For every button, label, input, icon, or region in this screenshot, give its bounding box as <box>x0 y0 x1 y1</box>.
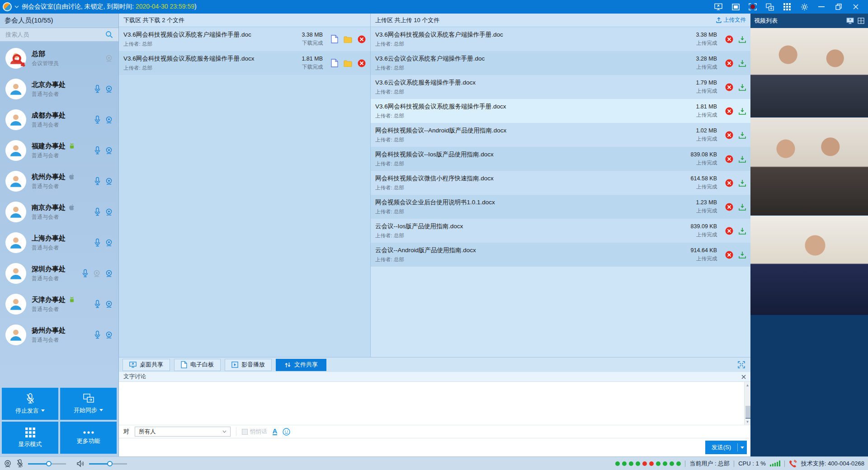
record-icon[interactable] <box>749 3 757 11</box>
webcam-status-icon[interactable] <box>4 460 12 468</box>
upload-file-row[interactable]: V3.6云会议系统服务端操作手册.docx 上传者: 总部 1.79 MB 上传… <box>371 75 750 99</box>
video-thumbnail-1[interactable] <box>750 28 868 118</box>
tab-media-play[interactable]: 影音播放 <box>225 359 272 371</box>
close-button[interactable] <box>852 3 860 11</box>
chat-scrollbar[interactable]: ▲ ▼ <box>744 382 750 425</box>
video-thumbnail-2[interactable] <box>750 118 868 216</box>
tab-whiteboard[interactable]: 电子白板 <box>174 359 221 371</box>
display-mode-button[interactable]: 显示模式 <box>2 422 58 454</box>
upload-file-row[interactable]: 云会议--Ios版产品使用指南.docx 上传者: 总部 839.09 KB 上… <box>371 219 750 243</box>
multi-screen-icon[interactable] <box>766 3 774 11</box>
delete-file-icon[interactable] <box>725 59 733 67</box>
mic-muted-icon[interactable] <box>16 459 24 468</box>
participant-row[interactable]: 杭州办事处 普通与会者 <box>0 166 118 197</box>
delete-file-icon[interactable] <box>725 131 733 139</box>
settings-gear-icon[interactable] <box>800 3 808 11</box>
download-file-icon[interactable] <box>739 84 746 91</box>
camera-icon[interactable] <box>105 208 113 216</box>
download-file-icon[interactable] <box>739 179 746 187</box>
participant-row[interactable]: 成都办事处 普通与会者 <box>0 104 118 135</box>
video-layout-icon[interactable] <box>858 18 864 24</box>
whisper-checkbox[interactable]: 悄悄话 <box>242 428 267 436</box>
participant-row[interactable]: 总部 会议管理员 <box>0 43 118 74</box>
delete-file-icon[interactable] <box>725 107 733 115</box>
delete-file-icon[interactable] <box>725 83 733 91</box>
mic-icon[interactable] <box>94 177 101 186</box>
delete-file-icon[interactable] <box>725 203 733 211</box>
start-sync-button[interactable]: 开始同步 <box>60 388 117 420</box>
delete-file-icon[interactable] <box>725 227 733 235</box>
camera-icon[interactable] <box>105 300 113 308</box>
download-file-icon[interactable] <box>739 251 746 258</box>
camera-icon[interactable] <box>105 239 113 247</box>
checkbox-icon[interactable] <box>242 429 248 435</box>
upload-file-row[interactable]: V3.6网会科技视频会议系统客户端操作手册.doc 上传者: 总部 3.38 M… <box>371 27 750 51</box>
upload-file-row[interactable]: 云会议--Android版产品使用指南.docx 上传者: 总部 914.64 … <box>371 243 750 267</box>
participant-row[interactable]: 福建办事处 普通与会者 <box>0 135 118 166</box>
download-file-row[interactable]: V3.6网会科技视频会议系统客户端操作手册.doc 上传者: 总部 3.38 M… <box>119 27 370 51</box>
mic-icon[interactable] <box>94 146 101 155</box>
delete-file-icon[interactable] <box>358 35 366 43</box>
download-file-icon[interactable] <box>739 203 746 211</box>
video-thumbnail-3[interactable] <box>750 216 868 315</box>
mic-icon[interactable] <box>94 115 101 124</box>
participant-row[interactable]: 天津办事处 普通与会者 <box>0 289 118 320</box>
tab-file-share[interactable]: 文件共享 <box>276 359 326 371</box>
video-device-icon[interactable] <box>846 18 854 24</box>
mic-icon[interactable] <box>94 238 101 247</box>
participant-row[interactable]: 扬州办事处 普通与会者 <box>0 320 118 350</box>
mic-icon[interactable] <box>94 85 101 94</box>
upload-file-row[interactable]: 网会科技视频会议--Android版产品使用指南.docx 上传者: 总部 1.… <box>371 123 750 147</box>
upload-file-row[interactable]: 网会科技视频会议微信小程序快速指南.docx 上传者: 总部 614.58 KB… <box>371 171 750 195</box>
participant-row[interactable]: 北京办事处 普通与会者 <box>0 74 118 104</box>
mic-icon[interactable] <box>94 300 101 309</box>
mic-icon[interactable] <box>94 207 101 216</box>
download-file-icon[interactable] <box>739 227 746 235</box>
download-file-icon[interactable] <box>739 132 746 139</box>
upload-file-row[interactable]: 网会视频会议企业后台使用说明书1.0.1.docx 上传者: 总部 1.23 M… <box>371 195 750 219</box>
participant-row[interactable]: 深圳办事处 普通与会者 <box>0 258 118 289</box>
upload-file-button[interactable]: 上传文件 <box>716 16 746 24</box>
search-input[interactable]: 搜索人员 <box>0 28 118 42</box>
participant-row[interactable]: 上海办事处 普通与会者 <box>0 227 118 258</box>
emoji-icon[interactable] <box>283 428 290 436</box>
layout-grid-icon[interactable] <box>783 3 791 11</box>
mic-icon[interactable] <box>82 269 89 278</box>
download-file-row[interactable]: V3.6网会科技视频会议系统服务端操作手册.docx 上传者: 总部 1.81 … <box>119 51 370 75</box>
download-file-icon[interactable] <box>739 36 746 43</box>
window-mode-icon[interactable] <box>731 3 740 11</box>
delete-file-icon[interactable] <box>725 251 733 259</box>
more-functions-button[interactable]: 更多功能 <box>60 422 117 454</box>
delete-file-icon[interactable] <box>725 35 733 43</box>
delete-file-icon[interactable] <box>358 59 366 67</box>
upload-file-row[interactable]: V3.6网会科技视频会议系统服务端操作手册.docx 上传者: 总部 1.81 … <box>371 99 750 123</box>
search-icon[interactable] <box>105 31 113 38</box>
download-file-icon[interactable] <box>739 155 746 163</box>
camera-icon[interactable] <box>105 146 113 155</box>
delete-file-icon[interactable] <box>725 179 733 187</box>
mic-icon[interactable] <box>94 330 101 339</box>
screen-share-icon[interactable] <box>714 3 722 11</box>
restore-button[interactable] <box>835 3 843 11</box>
expand-panel-icon[interactable] <box>738 361 745 368</box>
send-button[interactable]: 发送(S) <box>705 441 747 454</box>
title-chevron-icon[interactable] <box>14 5 19 9</box>
delete-file-icon[interactable] <box>725 155 733 163</box>
speaker-volume-slider[interactable] <box>89 461 127 467</box>
open-file-icon[interactable] <box>331 35 338 43</box>
participant-row[interactable]: 南京办事处 普通与会者 <box>0 197 118 227</box>
download-file-icon[interactable] <box>739 60 746 67</box>
open-folder-icon[interactable] <box>344 36 352 43</box>
chat-close-icon[interactable] <box>741 375 746 379</box>
camera-icon[interactable] <box>105 331 113 339</box>
camera-icon[interactable] <box>105 177 113 185</box>
camera-disabled-icon[interactable] <box>93 269 101 277</box>
tab-desktop-share[interactable]: 桌面共享 <box>123 359 170 371</box>
scroll-down-icon[interactable]: ▼ <box>745 418 750 425</box>
camera-icon[interactable] <box>105 85 113 93</box>
stop-speaking-button[interactable]: 停止发言 <box>2 388 58 420</box>
download-file-icon[interactable] <box>739 108 746 115</box>
camera-icon[interactable] <box>105 116 113 124</box>
scroll-up-icon[interactable]: ▲ <box>745 382 750 388</box>
recipient-select[interactable]: 所有人 <box>135 427 231 437</box>
